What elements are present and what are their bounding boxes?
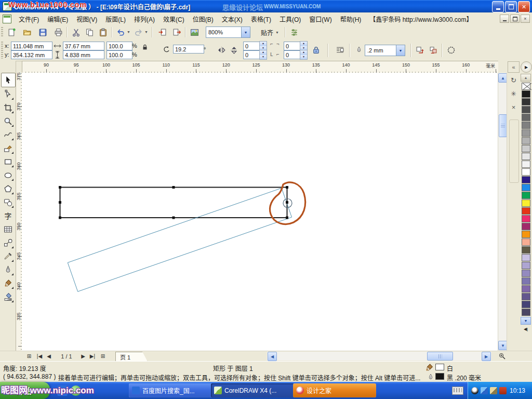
page-tab[interactable]: 页 1 xyxy=(115,352,148,362)
qq-tray-icon[interactable] xyxy=(471,387,478,394)
convert-to-curves-button[interactable] xyxy=(428,45,438,55)
tool-freehand[interactable] xyxy=(1,128,15,141)
swatch-green[interactable] xyxy=(522,192,530,199)
swatch-black[interactable] xyxy=(522,90,530,98)
last-page-button[interactable]: ▶| xyxy=(88,352,97,361)
corner-bl-spinner[interactable]: ▲▼ xyxy=(259,50,267,60)
menu-item-1[interactable]: 编辑(E) xyxy=(43,13,72,25)
task-button-2[interactable]: 设计之家 xyxy=(293,383,376,397)
application-launcher-button[interactable] xyxy=(188,26,201,38)
vertical-scrollbar[interactable]: ▲ ▼ xyxy=(498,73,507,351)
swatch-light-purple[interactable] xyxy=(522,270,530,277)
doc-close-button[interactable]: × xyxy=(521,15,530,23)
menu-item-6[interactable]: 位图(B) xyxy=(189,13,218,25)
swatch-dark-magenta[interactable] xyxy=(522,223,530,230)
menu-item-4[interactable]: 排列(A) xyxy=(130,13,159,25)
rotate-docker-icon[interactable]: ↻ xyxy=(509,75,519,85)
scale-lock-icon[interactable] xyxy=(140,43,149,51)
scale-y-field[interactable]: 100.0 xyxy=(107,50,132,59)
zoom-combo-arrow[interactable]: ▼ xyxy=(241,27,250,37)
drawing-canvas[interactable] xyxy=(22,73,498,351)
horizontal-ruler[interactable]: 毫米 9095100105110115120125130135140145150… xyxy=(22,61,498,74)
swatch-dark-blue[interactable] xyxy=(522,176,530,183)
save-button[interactable] xyxy=(36,26,49,38)
snap-to-dropdown[interactable]: 贴齐 ▼ xyxy=(259,27,281,37)
collapsed-docker-tab[interactable] xyxy=(509,119,519,183)
tool-ellipse[interactable] xyxy=(1,168,15,182)
scroll-left-button[interactable]: ◀ xyxy=(268,352,277,361)
first-page-button[interactable]: |◀ xyxy=(35,352,44,361)
dotted-circle-button[interactable] xyxy=(446,45,456,55)
print-button[interactable] xyxy=(52,26,64,38)
menu-item-11[interactable]: 帮助(H) xyxy=(336,13,366,25)
object-width-field[interactable]: 37.67 mm xyxy=(63,42,104,50)
horizontal-scroll-thumb[interactable] xyxy=(427,352,453,361)
tools-tray-icon[interactable] xyxy=(490,387,497,394)
tool-interactive-fill[interactable] xyxy=(1,290,15,303)
effects-docker-icon[interactable]: ✳ xyxy=(509,88,519,99)
swatch-gray-50[interactable] xyxy=(522,129,530,137)
menu-item-0[interactable]: 文件(F) xyxy=(15,13,43,25)
import-button[interactable] xyxy=(156,26,168,38)
swatch-blue[interactable] xyxy=(522,184,530,191)
tool-eyedropper[interactable] xyxy=(1,249,15,263)
x-position-field[interactable]: 111.048 mm xyxy=(11,42,52,50)
swatch-dark-purple[interactable] xyxy=(522,293,530,300)
undo-button[interactable] xyxy=(114,26,127,38)
collapse-dockers-button[interactable]: « xyxy=(508,61,520,73)
zoom-level-combo[interactable]: 800% ▼ xyxy=(206,26,250,38)
swatch-gray-80[interactable] xyxy=(522,106,530,113)
palette-scroll-up[interactable]: ▲ xyxy=(521,74,531,82)
task-button-1[interactable]: CorelDRAW X4 (... xyxy=(211,383,294,397)
propbar-grip[interactable] xyxy=(1,42,3,59)
wrap-text-button[interactable] xyxy=(335,45,345,55)
options-button[interactable] xyxy=(288,26,300,38)
swatch-magenta[interactable] xyxy=(522,215,530,222)
rotation-angle-field[interactable]: 19.2 xyxy=(173,45,204,54)
paste-button[interactable] xyxy=(97,26,109,38)
menu-item-9[interactable]: 工具(O) xyxy=(275,13,305,25)
zoom-corner-button[interactable] xyxy=(498,352,507,361)
open-button[interactable] xyxy=(21,26,33,38)
book-tray-icon[interactable] xyxy=(499,387,507,394)
tool-fill[interactable] xyxy=(1,276,15,290)
close-button[interactable]: ✕ xyxy=(518,1,530,12)
document-icon[interactable] xyxy=(3,15,11,23)
palette-expand-button[interactable]: ◀| xyxy=(521,326,530,332)
swatch-orange[interactable] xyxy=(522,231,530,238)
tool-pick[interactable] xyxy=(1,73,16,87)
scroll-right-button[interactable]: ▶ xyxy=(482,352,491,361)
tool-polygon[interactable] xyxy=(1,182,15,195)
swatch-gray-40[interactable] xyxy=(522,137,530,144)
mirror-horizontal-button[interactable] xyxy=(216,45,227,55)
corner-lock-button[interactable] xyxy=(311,45,321,55)
object-height-field[interactable]: 4.838 mm xyxy=(63,50,104,59)
restore-button[interactable] xyxy=(505,1,517,12)
scale-x-field[interactable]: 100.0 xyxy=(107,42,132,50)
palette-flyout-button[interactable]: ▶ xyxy=(521,61,532,73)
cut-button[interactable] xyxy=(70,26,82,38)
menu-item-5[interactable]: 效果(C) xyxy=(159,13,189,25)
wrap-paragraph-button[interactable] xyxy=(415,45,425,55)
undo-dropdown[interactable]: ▼ xyxy=(127,30,130,34)
swatch-navy[interactable] xyxy=(522,301,530,308)
tool-rectangle[interactable] xyxy=(1,155,15,168)
swatch-red[interactable] xyxy=(522,207,530,215)
add-page-start-button[interactable]: ⊞ xyxy=(25,352,33,361)
menu-item-3[interactable]: 版面(L) xyxy=(101,13,130,25)
tool-crop[interactable] xyxy=(1,101,15,114)
tool-outline-pen[interactable] xyxy=(1,263,15,276)
copy-button[interactable] xyxy=(83,26,96,38)
doc-restore-button[interactable] xyxy=(510,15,520,23)
palette-scroll-down[interactable]: ▼ xyxy=(521,317,531,325)
toolbar-grip[interactable] xyxy=(1,27,3,37)
tool-blend[interactable] xyxy=(1,236,15,249)
tool-basic-shapes[interactable] xyxy=(1,195,15,209)
network-tray-icon[interactable] xyxy=(481,387,488,394)
swatch-white[interactable] xyxy=(522,168,530,176)
corner-br-spinner[interactable]: ▲▼ xyxy=(300,50,308,60)
swatch-none[interactable] xyxy=(522,83,530,90)
swatch-gray-70[interactable] xyxy=(522,114,530,121)
redo-dropdown[interactable]: ▼ xyxy=(144,30,148,34)
selection-handles[interactable] xyxy=(59,186,288,219)
